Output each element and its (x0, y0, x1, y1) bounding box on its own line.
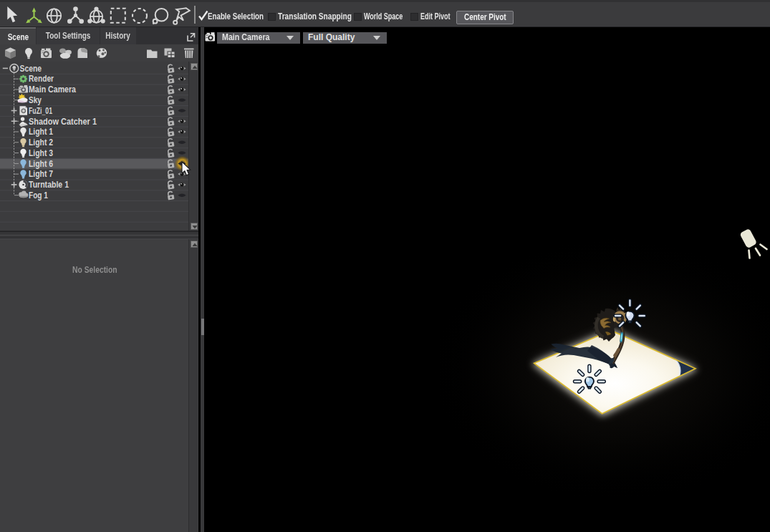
svg-text:Scene: Scene (20, 64, 42, 74)
svg-text:Light 6: Light 6 (29, 159, 53, 169)
svg-text:Light 2: Light 2 (29, 137, 53, 147)
svg-text:Fog 1: Fog 1 (29, 190, 48, 200)
svg-text:Render: Render (29, 74, 54, 84)
svg-text:Light 3: Light 3 (29, 148, 53, 158)
svg-text:Light 7: Light 7 (29, 169, 53, 179)
svg-text:Main Camera: Main Camera (29, 84, 76, 95)
svg-text:Light 1: Light 1 (29, 127, 53, 137)
svg-text:Sky: Sky (29, 95, 42, 105)
svg-text:Shadow Catcher 1: Shadow Catcher 1 (29, 117, 97, 127)
svg-text:FuZi_01: FuZi_01 (29, 106, 52, 116)
svg-text:Turntable 1: Turntable 1 (29, 180, 69, 190)
